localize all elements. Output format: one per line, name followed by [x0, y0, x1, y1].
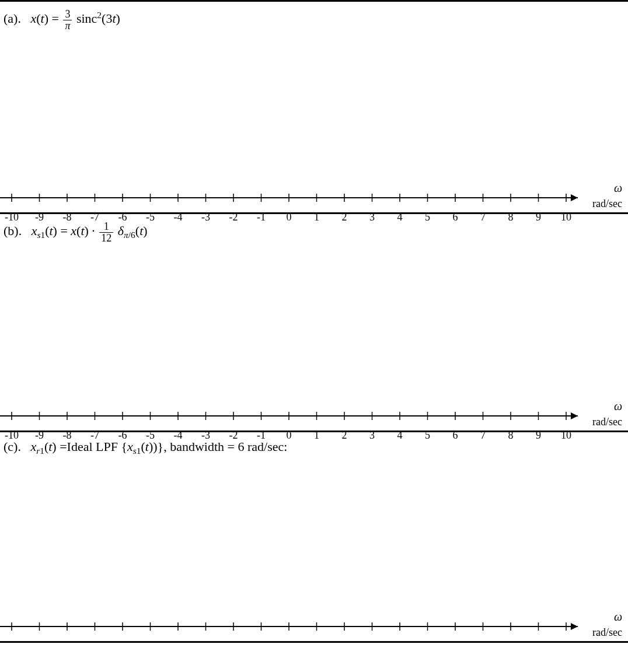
plot-area: -10-9-8-7-6-5-4-3-2-1012345678910ωrad/se…: [0, 244, 628, 430]
plot-area: -10-9-8-7-6-5-4-3-2-1012345678910ωrad/se…: [0, 454, 628, 641]
panel-equation: xr1(t) =Ideal LPF {xs1(t))}, bandwidth =…: [30, 439, 287, 454]
axis-tick-label: 3: [369, 640, 375, 643]
panel-label: (b).: [4, 223, 22, 238]
axis-tick-label: -7: [90, 640, 99, 643]
panel-a: (a). x(t) = 3π sinc2(3t)-10-9-8-7-6-5-4-…: [0, 2, 628, 214]
axis-unit-label: rad/sec: [592, 416, 622, 428]
axis-svg: [0, 407, 628, 430]
axis-svg: [0, 618, 628, 641]
axis-tick-label: -6: [118, 640, 127, 643]
axis-tick-label: 2: [342, 640, 347, 643]
axis-variable-label: ω: [614, 400, 622, 413]
page: (a). x(t) = 3π sinc2(3t)-10-9-8-7-6-5-4-…: [0, 0, 628, 643]
panel-equation: x(t) = 3π sinc2(3t): [30, 11, 120, 26]
svg-marker-68: [571, 623, 578, 630]
panel-c: (c). xr1(t) =Ideal LPF {xs1(t))}, bandwi…: [0, 432, 628, 643]
axis-tick-label: -1: [257, 640, 266, 643]
axis-tick-label: 1: [314, 640, 319, 643]
axis-tick-label: -9: [35, 640, 44, 643]
axis-tick-label: -10: [5, 640, 19, 643]
panel-caption: (a). x(t) = 3π sinc2(3t): [0, 5, 628, 32]
axis-unit-label: rad/sec: [592, 198, 622, 210]
axis-tick-label: -2: [229, 640, 238, 643]
panel-equation: xs1(t) = x(t) · 112 δπ/6(t): [32, 223, 148, 238]
axis-tick-label: -4: [174, 640, 183, 643]
panel-label: (a).: [4, 11, 21, 26]
axis-variable-label: ω: [614, 610, 622, 624]
axis-variable-label: ω: [614, 181, 622, 195]
axis-tick-label: 0: [287, 640, 292, 643]
axis-tick-label: 4: [397, 640, 403, 643]
svg-marker-45: [571, 412, 578, 419]
axis-svg: [0, 189, 628, 212]
panel-label: (c).: [4, 439, 21, 454]
axis-tick-label: -3: [201, 640, 210, 643]
plot-area: -10-9-8-7-6-5-4-3-2-1012345678910ωrad/se…: [0, 32, 628, 212]
axis-tick-label: -8: [63, 640, 72, 643]
axis-tick-label: 9: [536, 640, 541, 643]
axis-tick-label: 6: [453, 640, 458, 643]
axis-unit-label: rad/sec: [592, 626, 622, 639]
axis-tick-label: 7: [480, 640, 486, 643]
svg-marker-22: [571, 194, 578, 201]
axis-tick-label: -5: [146, 640, 155, 643]
axis-tick-label: 10: [561, 640, 571, 643]
panel-caption: (c). xr1(t) =Ideal LPF {xs1(t))}, bandwi…: [0, 436, 628, 454]
axis-tick-label: 8: [508, 640, 514, 643]
panel-b: (b). xs1(t) = x(t) · 112 δπ/6(t)-10-9-8-…: [0, 214, 628, 432]
panel-caption: (b). xs1(t) = x(t) · 112 δπ/6(t): [0, 218, 628, 244]
axis-tick-label: 5: [425, 640, 430, 643]
